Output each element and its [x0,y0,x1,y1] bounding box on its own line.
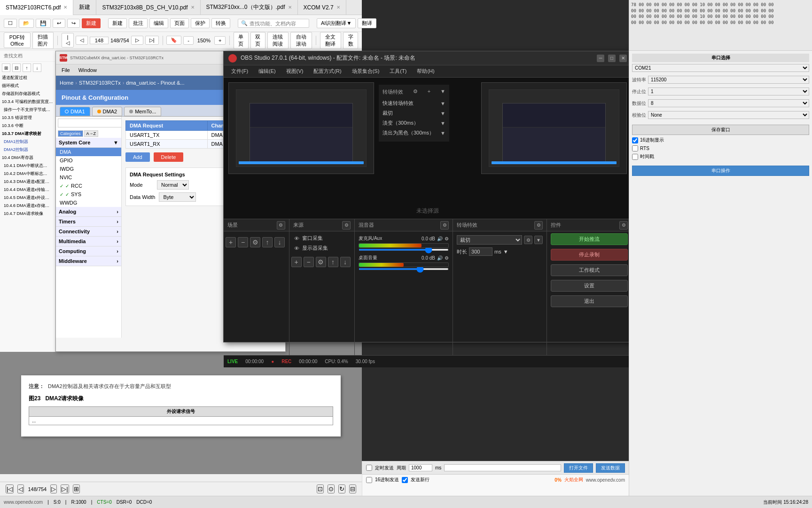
sidebar-search-input[interactable] [58,119,122,127]
obs-trans-expand-btn[interactable]: ▼ [534,236,543,244]
close-tab-icon-3[interactable]: ✕ [288,5,292,10]
pdf-batch-btn[interactable]: 批注 [129,18,148,28]
sidebar-section-multimedia[interactable]: Multimedia › [56,237,121,246]
obs-trans-config-btn[interactable]: ⚙ [524,236,532,244]
outline-item-dma-reqmap[interactable]: 10.4.7 DMA请求映像 [0,210,55,218]
pdf-tab-stm32f10xx[interactable]: STM32F10xx...0（中文版）.pdf ✕ [201,0,298,15]
outline-item-10-3-7[interactable]: 10.3.7 DMA请求映射 [0,130,55,138]
sidebar-section-connectivity[interactable]: Connectivity › [56,227,121,237]
dma-delete-btn[interactable]: Delete [154,152,184,162]
page-next-btn[interactable]: ▷ [131,36,143,45]
sidebar-item-wwdg[interactable]: WWDG [56,198,121,207]
obs-scene-down-btn[interactable]: ↓ [274,237,285,247]
obs-mixer-desk-slider[interactable] [359,268,449,270]
pdf-new-btn[interactable]: ☐ [4,19,17,28]
obs-menu-view[interactable]: 视图(V) [281,66,308,76]
outline-up-btn[interactable]: ↑ [23,64,31,72]
sidebar-section-system-core[interactable]: System Core ▼ [56,138,121,148]
page-next-bottom-btn[interactable]: ▷ [50,484,57,493]
sidebar-section-middleware[interactable]: Middleware › [56,256,121,266]
pdf-insert-btn[interactable]: 新建 [108,18,127,28]
breadcrumb-file[interactable]: dma_uart.ioc - Pinout &... [126,80,184,86]
breadcrumb-home[interactable]: Home [60,80,73,86]
obs-source-up-btn[interactable]: ↑ [328,257,338,267]
pdf-single-view-btn[interactable]: 单页 [234,32,249,49]
xcom-timed-send-checkbox[interactable] [366,465,372,471]
outline-item-loop[interactable]: 循环模式 [0,82,55,90]
pdf-bookmark-btn[interactable]: 🔖 [166,36,181,45]
breadcrumb-device[interactable]: STM32F103RCTx [79,80,121,86]
obs-mixer-mic-mute-icon[interactable]: 🔊 [437,236,443,241]
sidebar-item-sys[interactable]: ✓SYS [56,190,121,198]
obs-mixer-desk-settings-icon[interactable]: ⚙ [445,255,449,261]
pdf-tab-new[interactable]: 新建 [73,0,96,15]
pdf-redo-btn[interactable]: ↪ [67,19,80,28]
pdf-convert-btn[interactable]: 转换 [211,18,230,28]
obs-source-add-btn[interactable]: + [291,257,302,267]
page-last-btn[interactable]: ▷| [145,36,159,45]
xcom-baud-select[interactable]: 115200 [648,76,809,84]
obs-trans-item-quick-expand[interactable]: ▼ [440,101,445,106]
obs-source-display-capture[interactable]: 👁 显示器采集 [291,243,353,253]
sidebar-filter-az-btn[interactable]: A→Z [84,130,99,137]
pdf-translate-btn[interactable]: 翻译 [358,18,376,28]
pdf-scanimg-btn[interactable]: 扫描图片 [32,32,54,49]
pdf-edit-btn[interactable]: 编辑 [149,18,168,28]
obs-source-settings2-btn[interactable]: ⚙ [316,257,326,267]
outline-item-10-3-6[interactable]: 10.3.6 中断 [0,122,55,130]
obs-scene-add-btn[interactable]: + [226,237,236,247]
pdf-zoom-in-btn[interactable]: + [214,36,226,45]
pdf-search-input[interactable] [250,21,306,26]
pdf-scroll-view-btn[interactable]: 连续阅读 [267,32,289,49]
pdf-page-btn[interactable]: 页面 [170,18,189,28]
sidebar-section-analog[interactable]: Analog › [56,207,121,217]
outline-item-dma-cmar[interactable]: 10.4.6 DMA通道x存储器地址寄存器(DMA_CMARx) [0,202,55,210]
close-tab-icon-4[interactable]: ✕ [336,5,340,10]
dma-datawidth-select[interactable]: Byte Half Word Word [159,192,196,202]
sidebar-item-rcc[interactable]: ✓RCC [56,182,121,190]
xcom-serial-port-btn[interactable]: 串口操作 [632,166,809,176]
obs-trans-duration-input[interactable] [469,247,492,256]
pdf-tab-stm32f103rct6[interactable]: STM32F103RCT6.pdf ✕ [0,0,73,15]
dma-tab-dma1[interactable]: DMA1 [60,107,90,116]
obs-trans-type-select[interactable]: 裁切 [457,235,522,245]
outline-item-dma-isr[interactable]: 10.4.1 DMA中断状态寄存器(DMA_ISR) [0,162,55,170]
xcom-hex16-send-checkbox[interactable] [366,477,372,483]
obs-scene-up-btn[interactable]: ↑ [262,237,273,247]
sidebar-section-timers[interactable]: Timers › [56,217,121,227]
page-last-bottom-btn[interactable]: ▷| [61,484,69,493]
xcom-save-btn[interactable]: 保存窗口 [632,125,809,135]
pdf-tab-stm32f103x8b[interactable]: STM32F103x8B_DS_CH_V10.pdf ✕ [96,0,200,15]
obs-trans-expand-icon[interactable]: ▼ [440,88,445,95]
pdf-auto-btn[interactable]: 自动滚动 [290,32,312,49]
pdf-open-btn[interactable]: 📂 [19,19,34,28]
dma-tab-memto[interactable]: MemTo... [124,107,161,116]
obs-source-window-capture[interactable]: 👁 窗口采集 [291,233,353,243]
obs-menu-edit[interactable]: 编辑(E) [254,66,281,76]
pdf-save-btn[interactable]: 💾 [36,19,51,28]
obs-controls-settings-btn[interactable]: ⚙ [619,221,628,230]
obs-menu-tools[interactable]: 工具(T) [385,66,411,76]
sidebar-section-computing[interactable]: Computing › [56,246,121,256]
outline-item-dma-ccr[interactable]: 10.4.3 DMA通道x配置寄存器(DMA_CCR) [0,178,55,186]
outline-item-memtomem[interactable]: 存储器到存储器模式 [0,90,55,98]
close-tab-icon-2[interactable]: ✕ [191,5,195,10]
page-number-input[interactable] [90,37,109,44]
xcom-send-btn[interactable]: 发送数据 [596,463,625,473]
cubemx-menu-window[interactable]: Window [75,66,101,74]
pdf-double-view-btn[interactable]: 双页 [250,32,265,49]
obs-menu-file[interactable]: 文件(F) [226,66,253,76]
outline-item-dma-cndtr[interactable]: 10.4.4 DMA通道x传输数量寄存器(DMA_CNDTRx) [0,186,55,194]
obs-trans-settings-btn[interactable]: ⚙ [534,221,543,230]
dma-tab-dma2[interactable]: DMA2 [92,107,123,116]
sidebar-item-iwdg[interactable]: IWDG [56,165,121,173]
obs-maximize-btn[interactable]: □ [608,55,616,62]
outline-item-10-3-4[interactable]: 10.3.4 可编程的数据宽度、对齐方式及字节小调 [0,98,55,106]
xcom-parity-select[interactable]: None [648,111,809,119]
obs-mixer-settings-btn[interactable]: ⚙ [440,221,449,230]
outline-item-10-4[interactable]: 10.4 DMA寄存器 [0,154,55,162]
obs-stop-record-btn[interactable]: 停止录制 [551,249,628,261]
xcom-port-select[interactable]: COM21 [632,64,809,72]
xcom-data-select[interactable]: 8 [648,99,809,107]
close-tab-icon[interactable]: ✕ [63,5,67,10]
